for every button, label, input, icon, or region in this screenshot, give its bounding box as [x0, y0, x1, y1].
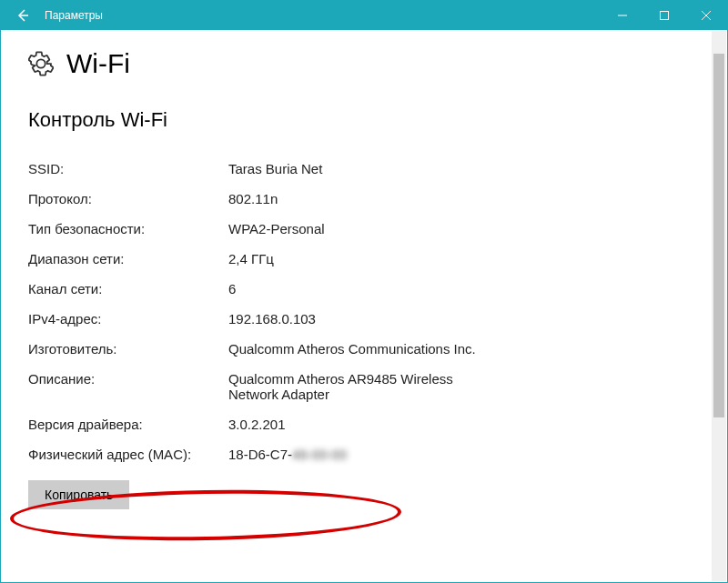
maximize-icon [660, 11, 669, 20]
protocol-value: 802.11n [228, 191, 501, 206]
arrow-left-icon [15, 8, 30, 23]
security-label: Тип безопасности: [28, 221, 228, 236]
page-heading: Wi-Fi [28, 48, 700, 79]
property-row: IPv4-адрес: 192.168.0.103 [28, 304, 501, 334]
svg-rect-0 [661, 12, 669, 20]
back-button[interactable] [1, 1, 45, 30]
page-title: Wi-Fi [66, 48, 130, 79]
channel-value: 6 [228, 281, 501, 297]
window-title: Параметры [45, 9, 602, 22]
mac-address-label: Физический адрес (MAC): [28, 447, 228, 462]
mac-visible-part: 18-D6-C7- [228, 447, 292, 462]
vendor-value: Qualcomm Atheros Communications Inc. [228, 341, 501, 357]
security-value: WPA2-Personal [228, 221, 501, 236]
ssid-value: Taras Buria Net [228, 161, 501, 176]
mac-redacted-part: 46-00-00 [292, 447, 347, 462]
close-button[interactable] [685, 1, 727, 30]
copy-button[interactable]: Копировать [28, 480, 129, 509]
window-controls [602, 1, 727, 30]
ipv4-value: 192.168.0.103 [228, 311, 501, 327]
band-value: 2,4 ГГц [228, 251, 501, 266]
content-area: Wi-Fi Контроль Wi-Fi SSID: Taras Buria N… [1, 30, 727, 582]
property-row: Диапазон сети: 2,4 ГГц [28, 244, 501, 274]
vendor-label: Изготовитель: [28, 341, 228, 357]
close-icon [702, 11, 711, 20]
gear-icon [28, 51, 54, 76]
property-row: SSID: Taras Buria Net [28, 154, 501, 184]
description-value: Qualcomm Atheros AR9485 Wireless Network… [228, 371, 501, 402]
property-row: Канал сети: 6 [28, 274, 501, 304]
minimize-button[interactable] [602, 1, 643, 30]
driver-version-value: 3.0.2.201 [228, 417, 501, 432]
section-title: Контроль Wi-Fi [28, 108, 700, 132]
ipv4-label: IPv4-адрес: [28, 311, 228, 327]
minimize-icon [618, 11, 627, 20]
driver-version-label: Версия драйвера: [28, 417, 228, 432]
property-row: Физический адрес (MAC): 18-D6-C7-46-00-0… [28, 439, 501, 469]
ssid-label: SSID: [28, 161, 228, 176]
description-label: Описание: [28, 371, 228, 402]
property-row: Описание: Qualcomm Atheros AR9485 Wirele… [28, 364, 501, 409]
titlebar: Параметры [1, 1, 727, 30]
maximize-button[interactable] [643, 1, 685, 30]
property-row: Версия драйвера: 3.0.2.201 [28, 409, 501, 439]
property-row: Тип безопасности: WPA2-Personal [28, 214, 501, 244]
mac-address-value: 18-D6-C7-46-00-00 [228, 447, 501, 462]
property-row: Изготовитель: Qualcomm Atheros Communica… [28, 334, 501, 364]
scrollbar[interactable] [712, 31, 726, 581]
band-label: Диапазон сети: [28, 251, 228, 266]
channel-label: Канал сети: [28, 281, 228, 297]
protocol-label: Протокол: [28, 191, 228, 206]
property-row: Протокол: 802.11n [28, 184, 501, 214]
properties-list: SSID: Taras Buria Net Протокол: 802.11n … [28, 154, 501, 469]
scrollbar-thumb[interactable] [713, 54, 724, 417]
